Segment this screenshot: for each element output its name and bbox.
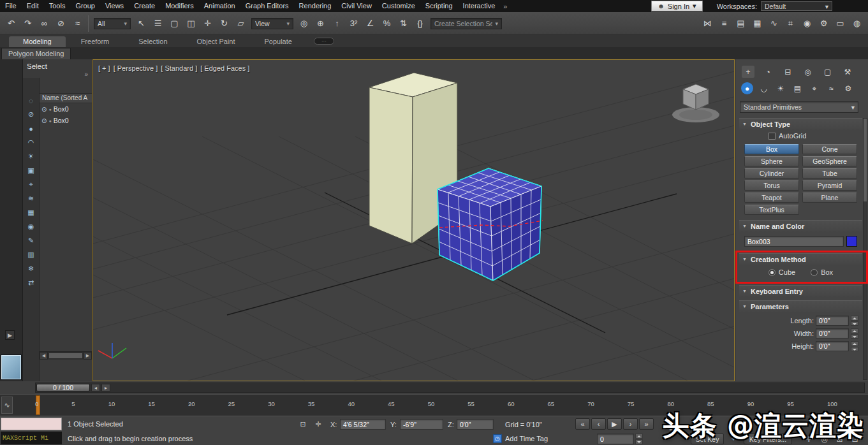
primitive-button[interactable]: Torus	[744, 180, 799, 191]
display-helpers-icon[interactable]: ⌖	[25, 179, 38, 191]
percent-snap-icon[interactable]: %	[379, 15, 395, 32]
primitive-button[interactable]: Box	[744, 144, 799, 154]
sync-selection-icon[interactable]: ⇄	[25, 277, 38, 289]
parameter-input[interactable]: 0'0"	[816, 316, 849, 326]
menu-item[interactable]: File	[0, 0, 22, 12]
selection-lock-icon[interactable]: ⊡	[297, 419, 309, 430]
display-lights-icon[interactable]: ☀	[25, 150, 38, 163]
cameras-category-icon[interactable]: ▤	[791, 82, 804, 94]
display-geometry-icon[interactable]: ●	[25, 122, 38, 135]
time-slider-handle[interactable]: 0 / 100	[36, 384, 90, 391]
angle-snap-icon[interactable]: ∠	[362, 15, 378, 32]
ribbon-tab[interactable]: Selection	[124, 36, 181, 47]
utilities-tab-icon[interactable]: ⚒	[841, 66, 854, 78]
next-frame-nudge[interactable]: ▸	[101, 384, 110, 391]
rollout-object-type-header[interactable]: ▼ Object Type	[739, 118, 862, 129]
systems-category-icon[interactable]: ⚙	[842, 82, 855, 94]
scroll-right-arrow[interactable]: ▶	[84, 352, 92, 360]
primitive-button[interactable]: TextPlus	[744, 205, 799, 215]
select-object-icon[interactable]: ↖	[133, 15, 149, 32]
layer-manager-icon[interactable]: ▤	[733, 15, 749, 32]
explorer-select-menu[interactable]: Select	[27, 62, 47, 70]
named-selection-set-dropdown[interactable]: Create Selection Se ▾	[430, 18, 502, 29]
reference-coordinate-dropdown[interactable]: View ▾	[251, 18, 293, 29]
primitive-button[interactable]: Teapot	[744, 193, 799, 203]
primitive-button[interactable]: Tube	[802, 168, 857, 179]
menu-overflow-chevron[interactable]: »	[500, 3, 510, 10]
use-pivot-center-icon[interactable]: ◎	[296, 15, 312, 32]
primitive-button[interactable]: Pyramid	[802, 180, 857, 191]
go-to-start-icon[interactable]: «	[575, 418, 590, 430]
command-panel-scrollbar[interactable]	[863, 118, 867, 380]
viewport-layout-thumbnail[interactable]	[1, 354, 22, 380]
previous-frame-nudge[interactable]: ◂	[91, 384, 100, 391]
selected-cube-object[interactable]	[438, 168, 541, 281]
menu-item[interactable]: Interactive	[458, 0, 501, 12]
select-by-name-icon[interactable]: ☰	[150, 15, 166, 32]
menu-item[interactable]: Modifiers	[160, 0, 199, 12]
visibility-eye-icon[interactable]: ⊙	[41, 117, 47, 124]
motion-tab-icon[interactable]: ◎	[802, 66, 814, 78]
menu-item[interactable]: Animation	[199, 0, 240, 12]
primitive-button[interactable]: GeoSphere	[802, 156, 857, 166]
mini-curve-editor-button[interactable]: ∿	[1, 397, 13, 414]
select-and-scale-icon[interactable]: ▱	[233, 15, 249, 32]
align-icon[interactable]: ≡	[716, 15, 732, 32]
maxscript-mini-listener[interactable]	[1, 418, 62, 430]
list-item[interactable]: ⊙ ● Box0	[40, 115, 92, 126]
viewport-label-segment[interactable]: [ Edged Faces ]	[200, 64, 249, 72]
bind-to-space-warp-icon[interactable]: ≈	[70, 15, 85, 32]
time-slider-track[interactable]: 0 / 100 ◂ ▸	[35, 383, 865, 393]
rectangular-selection-region-icon[interactable]: ▢	[166, 15, 182, 32]
display-cameras-icon[interactable]: ▣	[25, 164, 38, 177]
display-shapes-icon[interactable]: ◠	[25, 136, 38, 149]
maxscript-listener-label[interactable]: MAXScript Mi	[1, 432, 62, 444]
frame-spinner-control[interactable]	[635, 434, 643, 444]
select-and-rotate-icon[interactable]: ↻	[216, 15, 232, 32]
menu-item[interactable]: Civil View	[336, 0, 376, 12]
display-influences-icon[interactable]: ◌	[25, 94, 38, 106]
edit-named-selection-sets-icon[interactable]: {}	[412, 15, 428, 32]
spinner-control[interactable]	[851, 316, 858, 326]
viewport-label-segment[interactable]: [ Perspective ]	[114, 64, 158, 72]
render-production-icon[interactable]: ◍	[849, 15, 865, 32]
view-cube-gizmo[interactable]	[672, 84, 719, 122]
schematic-view-icon[interactable]: ⌗	[783, 15, 798, 32]
display-bones-icon[interactable]: ✎	[25, 235, 38, 247]
autogrid-checkbox[interactable]	[769, 133, 776, 140]
menu-item[interactable]: Rendering	[294, 0, 337, 12]
scrollbar-thumb[interactable]	[864, 119, 867, 201]
current-frame-input[interactable]: 0	[597, 434, 634, 444]
curve-editor-icon[interactable]: ∿	[766, 15, 782, 32]
menu-item[interactable]: Group	[70, 0, 100, 12]
modify-tab-icon[interactable]: ◔	[761, 66, 774, 78]
ribbon-state-toggle[interactable]: ···	[314, 38, 334, 45]
primitive-category-dropdown[interactable]: Standard Primitives ▾	[740, 101, 858, 113]
display-groups-icon[interactable]: ▦	[25, 207, 38, 219]
redo-icon[interactable]: ↷	[20, 15, 36, 32]
spinner-snap-icon[interactable]: ⇅	[395, 15, 411, 32]
helpers-category-icon[interactable]: ⌖	[808, 82, 821, 94]
menu-item[interactable]: Tools	[44, 0, 71, 12]
select-and-manipulate-icon[interactable]: ⊕	[313, 15, 328, 32]
viewport-3d-canvas[interactable]	[93, 60, 734, 381]
lights-category-icon[interactable]: ☀	[774, 82, 787, 94]
absolute-mode-icon[interactable]: ✛	[313, 419, 324, 430]
scroll-left-arrow[interactable]: ◀	[40, 352, 48, 360]
explorer-overflow-chevron[interactable]: »	[27, 71, 88, 78]
visibility-eye-icon[interactable]: ⊙	[41, 106, 47, 113]
snaps-toggle-icon[interactable]: 3²	[346, 15, 362, 32]
polygon-modeling-panel-tab[interactable]: Polygon Modeling	[1, 48, 71, 59]
perspective-viewport[interactable]: [ + ][ Perspective ][ Standard ][ Edged …	[92, 59, 735, 381]
spinner-control[interactable]	[851, 341, 858, 351]
mirror-icon[interactable]: ⋈	[700, 15, 716, 32]
geometry-category-icon[interactable]: ●	[741, 82, 753, 94]
viewport-label-segment[interactable]: [ + ]	[98, 64, 110, 72]
parameter-input[interactable]: 0'0"	[816, 328, 849, 339]
ribbon-tab[interactable]: Freeform	[67, 36, 124, 47]
primitive-button[interactable]: Plane	[802, 193, 857, 203]
primitive-button[interactable]: Sphere	[744, 156, 799, 166]
add-time-tag[interactable]: ◷ Add Time Tag	[493, 434, 548, 443]
expand-panel-arrow[interactable]: ▶	[5, 330, 15, 340]
creation-method-radio[interactable]: Cube	[769, 268, 795, 276]
